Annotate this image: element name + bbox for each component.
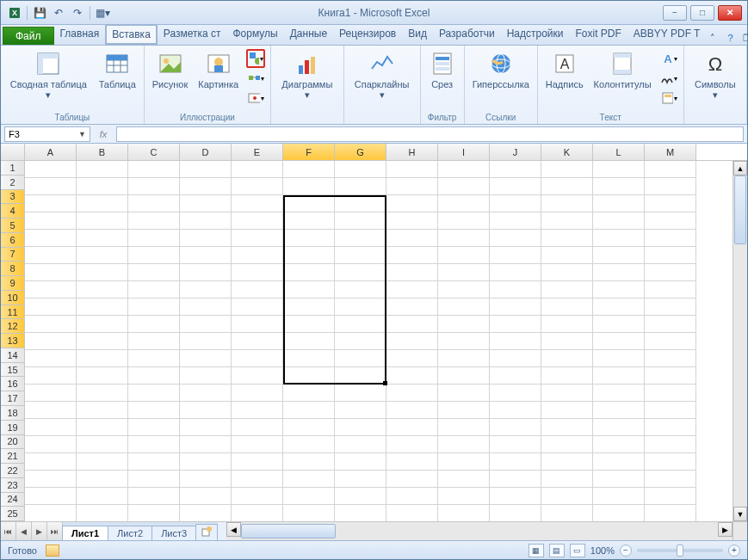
cell-D1[interactable] bbox=[180, 161, 232, 178]
cell-M6[interactable] bbox=[645, 247, 696, 264]
zoom-out-button[interactable]: − bbox=[620, 545, 632, 557]
cell-J18[interactable] bbox=[490, 453, 541, 471]
cell-M5[interactable] bbox=[645, 230, 696, 247]
cell-C19[interactable] bbox=[128, 471, 180, 488]
cell-L3[interactable] bbox=[593, 195, 645, 212]
cell-J6[interactable] bbox=[490, 247, 541, 264]
cell-H19[interactable] bbox=[386, 471, 438, 488]
cell-B16[interactable] bbox=[77, 419, 128, 436]
cell-C8[interactable] bbox=[128, 281, 180, 298]
cell-A12[interactable] bbox=[25, 350, 77, 367]
cell-F5[interactable] bbox=[283, 230, 335, 247]
cell-C2[interactable] bbox=[128, 178, 180, 195]
cell-M18[interactable] bbox=[645, 453, 696, 471]
cell-H14[interactable] bbox=[386, 385, 438, 402]
cell-L9[interactable] bbox=[593, 298, 645, 316]
cell-D12[interactable] bbox=[180, 350, 232, 367]
tab-данные[interactable]: Данные bbox=[284, 24, 333, 45]
cell-L18[interactable] bbox=[593, 453, 645, 471]
cell-D2[interactable] bbox=[180, 178, 232, 195]
cell-I1[interactable] bbox=[438, 161, 490, 178]
cell-L10[interactable] bbox=[593, 316, 645, 333]
cell-I5[interactable] bbox=[438, 230, 490, 247]
cell-M19[interactable] bbox=[645, 471, 696, 488]
cell-K9[interactable] bbox=[541, 298, 593, 316]
cell-B14[interactable] bbox=[77, 385, 128, 402]
cell-K17[interactable] bbox=[541, 436, 593, 453]
view-page-layout-icon[interactable]: ▤ bbox=[549, 544, 565, 557]
cell-I15[interactable] bbox=[438, 402, 490, 419]
cell-K1[interactable] bbox=[541, 161, 593, 178]
cell-G12[interactable] bbox=[335, 350, 386, 367]
cell-G21[interactable] bbox=[335, 505, 386, 521]
cell-A10[interactable] bbox=[25, 316, 77, 333]
cell-F11[interactable] bbox=[283, 333, 335, 350]
cell-G19[interactable] bbox=[335, 471, 386, 488]
window-restore-icon[interactable]: ❐ bbox=[740, 31, 748, 45]
row-header-11[interactable]: 11 bbox=[1, 305, 25, 320]
cell-A19[interactable] bbox=[25, 471, 77, 488]
cell-I14[interactable] bbox=[438, 385, 490, 402]
cell-H3[interactable] bbox=[386, 195, 438, 212]
cell-F19[interactable] bbox=[283, 471, 335, 488]
sheet-last-icon[interactable]: ⏭ bbox=[47, 522, 63, 540]
row-header-25[interactable]: 25 bbox=[1, 507, 25, 521]
cell-L5[interactable] bbox=[593, 230, 645, 247]
cell-B2[interactable] bbox=[77, 178, 128, 195]
cell-C6[interactable] bbox=[128, 247, 180, 264]
cell-E21[interactable] bbox=[232, 505, 283, 521]
row-header-1[interactable]: 1 bbox=[1, 161, 25, 175]
cell-L16[interactable] bbox=[593, 419, 645, 436]
cell-E8[interactable] bbox=[232, 281, 283, 298]
row-header-8[interactable]: 8 bbox=[1, 262, 25, 276]
cell-C12[interactable] bbox=[128, 350, 180, 367]
scroll-up-icon[interactable]: ▲ bbox=[733, 161, 747, 175]
cell-D21[interactable] bbox=[180, 505, 232, 521]
cell-G15[interactable] bbox=[335, 402, 386, 419]
row-header-9[interactable]: 9 bbox=[1, 276, 25, 291]
cell-E17[interactable] bbox=[232, 436, 283, 453]
cell-E7[interactable] bbox=[232, 264, 283, 281]
cell-I7[interactable] bbox=[438, 264, 490, 281]
tab-вставка[interactable]: Вставка bbox=[105, 24, 158, 45]
cell-I9[interactable] bbox=[438, 298, 490, 316]
pivot-table-button[interactable]: Сводная таблица ▾ bbox=[4, 47, 93, 102]
cell-J12[interactable] bbox=[490, 350, 541, 367]
cell-H18[interactable] bbox=[386, 453, 438, 471]
header-footer-button[interactable]: Колонтитулы bbox=[590, 47, 656, 92]
cell-D15[interactable] bbox=[180, 402, 232, 419]
cell-J9[interactable] bbox=[490, 298, 541, 316]
cell-I18[interactable] bbox=[438, 453, 490, 471]
cell-K8[interactable] bbox=[541, 281, 593, 298]
row-header-22[interactable]: 22 bbox=[1, 464, 25, 478]
cell-D14[interactable] bbox=[180, 385, 232, 402]
col-header-A[interactable]: A bbox=[25, 144, 77, 160]
cell-M8[interactable] bbox=[645, 281, 696, 298]
cell-J3[interactable] bbox=[490, 195, 541, 212]
cell-D6[interactable] bbox=[180, 247, 232, 264]
cell-E1[interactable] bbox=[232, 161, 283, 178]
cell-G11[interactable] bbox=[335, 333, 386, 350]
macro-record-icon[interactable] bbox=[46, 545, 59, 557]
cell-L15[interactable] bbox=[593, 402, 645, 419]
cell-F9[interactable] bbox=[283, 298, 335, 316]
cell-E13[interactable] bbox=[232, 367, 283, 385]
sheet-next-icon[interactable]: ▶ bbox=[32, 522, 47, 540]
cell-A21[interactable] bbox=[25, 505, 77, 521]
cell-L11[interactable] bbox=[593, 333, 645, 350]
col-header-B[interactable]: B bbox=[77, 144, 128, 160]
picture-button[interactable]: Рисунок bbox=[148, 47, 193, 92]
cell-C21[interactable] bbox=[128, 505, 180, 521]
cell-F7[interactable] bbox=[283, 264, 335, 281]
cell-E16[interactable] bbox=[232, 419, 283, 436]
cell-A20[interactable] bbox=[25, 488, 77, 505]
cell-A9[interactable] bbox=[25, 298, 77, 316]
cell-F1[interactable] bbox=[283, 161, 335, 178]
cell-J16[interactable] bbox=[490, 419, 541, 436]
cell-H9[interactable] bbox=[386, 298, 438, 316]
cell-M3[interactable] bbox=[645, 195, 696, 212]
cell-B3[interactable] bbox=[77, 195, 128, 212]
cell-K14[interactable] bbox=[541, 385, 593, 402]
cell-I3[interactable] bbox=[438, 195, 490, 212]
name-box[interactable]: F3 ▼ bbox=[4, 126, 90, 142]
